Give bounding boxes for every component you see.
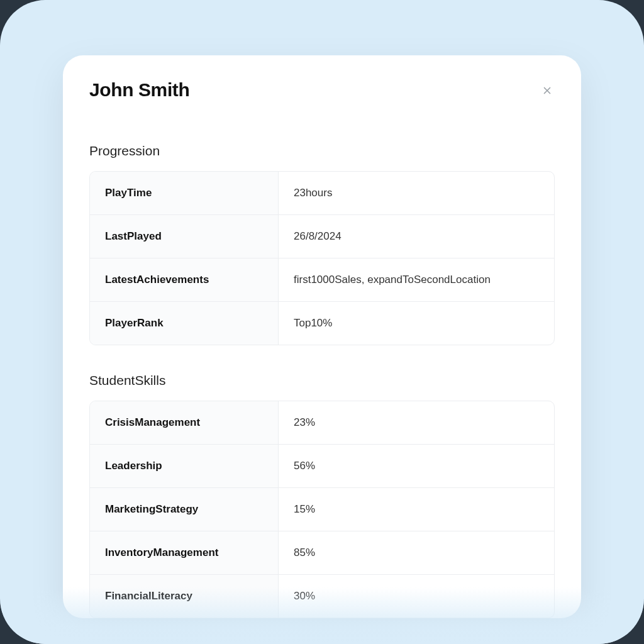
modal-header: John Smith <box>89 79 555 101</box>
row-label: MarketingStrategy <box>90 488 279 531</box>
row-value: 23% <box>279 401 554 444</box>
row-value: 56% <box>279 445 554 487</box>
table-row: PlayTime 23hours <box>90 172 554 215</box>
row-label: LastPlayed <box>90 215 279 258</box>
player-detail-modal: John Smith Progression PlayTime 23hours … <box>63 55 581 618</box>
row-label: LatestAchievements <box>90 258 279 301</box>
progression-section-title: Progression <box>89 143 555 158</box>
row-value: first1000Sales, expandToSecondLocation <box>279 258 554 301</box>
table-row: LatestAchievements first1000Sales, expan… <box>90 258 554 302</box>
studentskills-section-title: StudentSkills <box>89 373 555 388</box>
row-label: Leadership <box>90 445 279 487</box>
row-value: 85% <box>279 531 554 574</box>
close-icon <box>541 85 553 96</box>
modal-title: John Smith <box>89 79 189 101</box>
row-label: PlayerRank <box>90 302 279 345</box>
table-row: CrisisManagement 23% <box>90 401 554 445</box>
studentskills-table: CrisisManagement 23% Leadership 56% Mark… <box>89 401 555 618</box>
row-label: InventoryManagement <box>90 531 279 574</box>
row-label: FinancialLiteracy <box>90 575 279 618</box>
row-label: CrisisManagement <box>90 401 279 444</box>
table-row: LastPlayed 26/8/2024 <box>90 215 554 258</box>
row-value: 30% <box>279 575 554 618</box>
table-row: PlayerRank Top10% <box>90 302 554 345</box>
table-row: MarketingStrategy 15% <box>90 488 554 531</box>
row-value: 26/8/2024 <box>279 215 554 258</box>
table-row: InventoryManagement 85% <box>90 531 554 575</box>
row-value: 23hours <box>279 172 554 214</box>
progression-table: PlayTime 23hours LastPlayed 26/8/2024 La… <box>89 171 555 345</box>
row-value: 15% <box>279 488 554 531</box>
row-label: PlayTime <box>90 172 279 214</box>
row-value: Top10% <box>279 302 554 345</box>
table-row: Leadership 56% <box>90 445 554 488</box>
close-button[interactable] <box>538 82 556 99</box>
table-row: FinancialLiteracy 30% <box>90 575 554 618</box>
